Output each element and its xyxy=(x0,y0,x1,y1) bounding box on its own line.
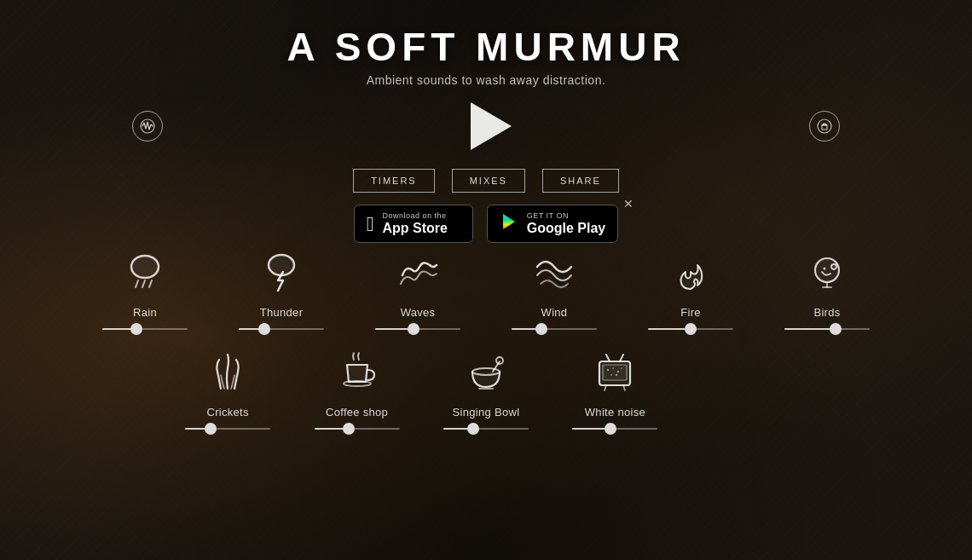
mixes-button[interactable]: MIXES xyxy=(452,169,525,193)
thunder-label: Thunder xyxy=(260,306,304,319)
app-store-main-text: App Store xyxy=(383,220,448,236)
nav-buttons: TIMERS MIXES SHARE xyxy=(353,169,619,193)
singing-bowl-slider[interactable] xyxy=(443,427,529,430)
wind-icon[interactable] xyxy=(525,243,583,301)
svg-point-13 xyxy=(815,258,839,282)
birds-slider[interactable] xyxy=(784,327,870,331)
birds-icon[interactable] xyxy=(798,243,856,301)
svg-line-23 xyxy=(606,355,610,361)
fire-icon[interactable] xyxy=(662,243,720,301)
singing-bowl-sound: Singing Bowl xyxy=(421,343,550,430)
waves-icon[interactable] xyxy=(389,243,447,301)
apple-icon:  xyxy=(367,212,374,236)
wind-sound: Wind xyxy=(486,243,622,331)
share-button[interactable]: SHARE xyxy=(542,169,619,193)
svg-point-32 xyxy=(621,367,622,369)
waves-label: Waves xyxy=(401,306,436,319)
singing-bowl-icon[interactable] xyxy=(457,343,515,401)
trash-icon[interactable] xyxy=(809,111,840,141)
crickets-sound: Crickets xyxy=(163,343,292,430)
google-play-icon xyxy=(500,212,518,235)
svg-point-15 xyxy=(824,268,826,270)
wind-slider[interactable] xyxy=(512,327,597,331)
fire-slider[interactable] xyxy=(648,327,733,331)
thunder-slider[interactable] xyxy=(239,327,324,331)
svg-point-12 xyxy=(269,255,294,275)
thunder-sound: Thunder xyxy=(213,243,350,331)
waves-sound: Waves xyxy=(350,243,486,331)
white-noise-sound: White noise xyxy=(551,343,680,430)
crickets-slider[interactable] xyxy=(185,427,270,430)
svg-rect-22 xyxy=(603,365,627,380)
svg-point-31 xyxy=(616,374,617,376)
rain-sound: Rain xyxy=(77,243,213,331)
site-title: A SOFT MURMUR xyxy=(286,24,685,70)
google-play-badge[interactable]: GET IT ON Google Play xyxy=(487,205,618,243)
header: A SOFT MURMUR Ambient sounds to wash awa… xyxy=(286,0,685,87)
rain-label: Rain xyxy=(133,306,157,319)
svg-rect-2 xyxy=(822,125,827,130)
singing-bowl-label: Singing Bowl xyxy=(453,406,520,419)
birds-sound: Birds xyxy=(759,243,895,331)
svg-point-1 xyxy=(818,119,831,133)
google-play-pre-text: GET IT ON xyxy=(527,211,605,220)
white-noise-slider[interactable] xyxy=(572,427,657,430)
svg-point-16 xyxy=(344,381,371,386)
rain-slider[interactable] xyxy=(102,327,188,331)
controls-row xyxy=(0,102,972,150)
svg-line-10 xyxy=(142,280,145,287)
app-store-badge[interactable]:  Download on the App Store xyxy=(354,205,473,243)
close-badge-button[interactable]: ✕ xyxy=(623,198,634,210)
svg-point-27 xyxy=(607,369,609,371)
birds-label: Birds xyxy=(813,306,840,319)
svg-point-30 xyxy=(610,374,612,376)
fire-label: Fire xyxy=(680,306,701,319)
crickets-icon[interactable] xyxy=(199,343,257,401)
sounds-row-2: Crickets xyxy=(0,343,972,430)
play-button[interactable] xyxy=(471,102,512,150)
svg-point-29 xyxy=(617,371,619,372)
svg-line-24 xyxy=(620,355,623,361)
svg-line-9 xyxy=(136,280,138,287)
app-store-pre-text: Download on the xyxy=(383,211,448,220)
sounds-row-1: Rain Thunder xyxy=(0,243,972,331)
timers-button[interactable]: TIMERS xyxy=(353,169,435,193)
white-noise-label: White noise xyxy=(585,406,645,419)
fire-sound: Fire xyxy=(622,243,759,331)
thunder-icon[interactable] xyxy=(252,243,310,301)
svg-point-14 xyxy=(831,264,836,269)
site-subtitle: Ambient sounds to wash away distraction. xyxy=(286,73,685,87)
waves-slider[interactable] xyxy=(375,327,460,331)
white-noise-icon[interactable] xyxy=(586,343,644,401)
svg-point-8 xyxy=(131,256,159,278)
app-badges:  Download on the App Store xyxy=(354,205,618,243)
waveform-icon[interactable] xyxy=(132,111,163,141)
coffee-shop-label: Coffee shop xyxy=(326,406,388,419)
coffee-shop-icon[interactable] xyxy=(328,343,386,401)
crickets-label: Crickets xyxy=(206,406,248,419)
svg-line-11 xyxy=(149,280,152,287)
coffee-shop-sound: Coffee shop xyxy=(292,343,421,430)
google-play-main-text: Google Play xyxy=(527,220,605,236)
svg-marker-7 xyxy=(503,214,515,229)
svg-point-28 xyxy=(612,367,614,369)
coffee-shop-slider[interactable] xyxy=(315,427,400,430)
rain-icon[interactable] xyxy=(116,243,174,301)
wind-label: Wind xyxy=(541,306,568,319)
